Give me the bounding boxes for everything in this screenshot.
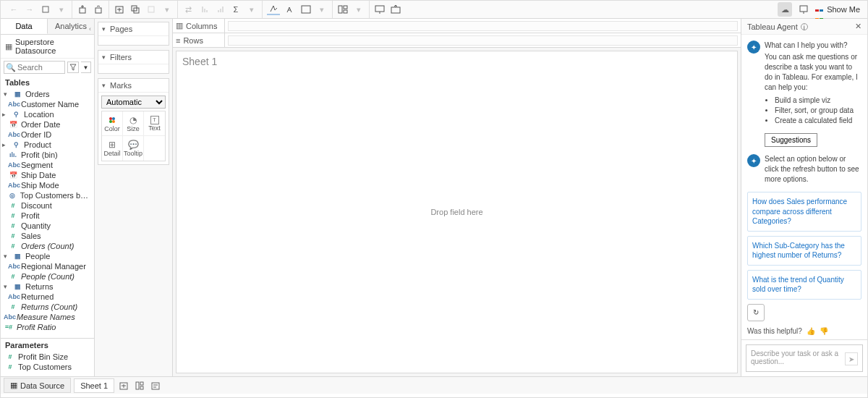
new-data-button[interactable] bbox=[77, 4, 88, 15]
marks-text[interactable]: TText bbox=[144, 111, 165, 136]
suggestion-card-3[interactable]: What is the trend of Quantity sold over … bbox=[747, 270, 861, 300]
clear-dropdown[interactable]: ▾ bbox=[161, 4, 173, 15]
sort-desc-button[interactable] bbox=[214, 4, 226, 15]
group-people[interactable]: ▾▦People bbox=[1, 251, 94, 261]
fit-button[interactable] bbox=[300, 4, 312, 15]
new-dashboard-tab-button[interactable] bbox=[133, 379, 146, 392]
field-order-id[interactable]: AbcOrder ID bbox=[1, 130, 94, 140]
field-profit[interactable]: #Profit bbox=[1, 211, 94, 221]
datasource-tab-icon: ▦ bbox=[10, 381, 17, 390]
field-product[interactable]: ▸⚲Product bbox=[1, 140, 94, 150]
cloud-status-icon[interactable]: ☁ bbox=[778, 2, 792, 17]
agent-bullet-2: Filter, sort, or group data bbox=[775, 106, 861, 116]
group-returns[interactable]: ▾▦Returns bbox=[1, 281, 94, 292]
datasource-row[interactable]: ▦ Superstore Datasource bbox=[1, 35, 94, 59]
show-cards-dropdown[interactable]: ▾ bbox=[353, 4, 365, 15]
presentation-button[interactable] bbox=[374, 4, 386, 15]
field-profit-ratio[interactable]: =#Profit Ratio bbox=[1, 322, 94, 332]
refresh-suggestions-button[interactable]: ↻ bbox=[747, 304, 765, 321]
field-segment[interactable]: AbcSegment bbox=[1, 160, 94, 170]
save-dropdown[interactable] bbox=[40, 4, 51, 15]
new-worksheet-button[interactable] bbox=[114, 4, 125, 15]
share-button[interactable] bbox=[390, 4, 401, 15]
sort-asc-button[interactable] bbox=[198, 4, 210, 15]
group-orders[interactable]: ▾▦Orders bbox=[1, 89, 94, 99]
refresh-data-button[interactable] bbox=[93, 4, 104, 15]
field-top-customers[interactable]: ◎Top Customers by P... bbox=[1, 190, 94, 200]
field-list: ▾▦Orders AbcCustomer Name ▸⚲Location 📅Or… bbox=[1, 89, 94, 338]
new-worksheet-tab-button[interactable] bbox=[117, 379, 130, 392]
thumbs-up-icon[interactable]: 👍 bbox=[807, 327, 815, 335]
new-story-tab-button[interactable] bbox=[149, 379, 162, 392]
close-agent-button[interactable]: ✕ bbox=[855, 22, 861, 31]
labels-button[interactable] bbox=[284, 4, 296, 15]
field-people-count[interactable]: #People (Count) bbox=[1, 271, 94, 281]
field-orders-count[interactable]: #Orders (Count) bbox=[1, 241, 94, 251]
rows-shelf[interactable]: ≡Rows bbox=[173, 33, 741, 48]
thumbs-down-icon[interactable]: 👎 bbox=[820, 327, 828, 335]
param-profit-bin-size[interactable]: #Profit Bin Size bbox=[1, 352, 94, 362]
filter-fields-button[interactable] bbox=[67, 62, 79, 73]
sheet-title[interactable]: Sheet 1 bbox=[176, 51, 737, 72]
forward-button[interactable]: → bbox=[24, 4, 35, 15]
tab-analytics[interactable]: Analytics‹ bbox=[48, 19, 94, 34]
data-guide-button[interactable] bbox=[798, 4, 809, 15]
suggestions-button[interactable]: Suggestions bbox=[765, 133, 817, 147]
marks-size[interactable]: ◔Size bbox=[123, 111, 144, 136]
field-measure-names[interactable]: AbcMeasure Names bbox=[1, 312, 94, 322]
agent-intro-q: What can I help you with? bbox=[765, 41, 861, 51]
pages-card[interactable]: ▾Pages bbox=[98, 22, 169, 46]
show-me-button[interactable]: Show Me bbox=[815, 5, 860, 14]
viz-canvas[interactable]: Sheet 1 Drop field here bbox=[176, 51, 738, 373]
marks-color[interactable]: Color bbox=[102, 111, 123, 136]
history-dropdown[interactable]: ▾ bbox=[56, 4, 67, 15]
search-icon: 🔍 bbox=[6, 63, 16, 72]
field-profit-bin[interactable]: ılı.Profit (bin) bbox=[1, 150, 94, 160]
drop-field-hint: Drop field here bbox=[430, 208, 482, 216]
marks-detail[interactable]: ⊞Detail bbox=[102, 136, 123, 161]
fit-dropdown[interactable]: ▾ bbox=[316, 4, 328, 15]
field-ship-mode[interactable]: AbcShip Mode bbox=[1, 180, 94, 190]
suggestion-card-1[interactable]: How does Sales performance compare acros… bbox=[747, 192, 861, 232]
suggestion-card-2[interactable]: Which Sub-Category has the highest numbe… bbox=[747, 236, 861, 266]
tab-data[interactable]: Data bbox=[1, 19, 48, 34]
totals-button[interactable]: Σ bbox=[230, 4, 242, 15]
tableau-agent-panel: Tableau Agenti ✕ ✦ What can I help you w… bbox=[741, 19, 867, 376]
rows-drop-zone[interactable] bbox=[228, 35, 738, 46]
field-location[interactable]: ▸⚲Location bbox=[1, 109, 94, 119]
field-regional-manager[interactable]: AbcRegional Manager bbox=[1, 261, 94, 271]
color-icon bbox=[108, 115, 116, 125]
marks-type-select[interactable]: Automatic bbox=[101, 96, 166, 109]
field-sales[interactable]: #Sales bbox=[1, 231, 94, 241]
show-cards-button[interactable] bbox=[337, 4, 349, 15]
info-icon[interactable]: i bbox=[801, 23, 808, 30]
marks-tooltip[interactable]: 💬Tooltip bbox=[123, 136, 144, 161]
swap-button[interactable]: ⇄ bbox=[182, 4, 194, 15]
param-top-customers[interactable]: #Top Customers bbox=[1, 362, 94, 372]
filters-card[interactable]: ▾Filters bbox=[98, 50, 169, 74]
agent-input[interactable]: Describe your task or ask a question... … bbox=[746, 344, 863, 372]
tab-sheet-1[interactable]: Sheet 1 bbox=[74, 378, 114, 393]
svg-rect-28 bbox=[140, 382, 143, 385]
send-icon[interactable]: ➤ bbox=[845, 352, 858, 365]
field-order-date[interactable]: 📅Order Date bbox=[1, 119, 94, 130]
field-returns-count[interactable]: #Returns (Count) bbox=[1, 302, 94, 312]
rows-label: Rows bbox=[183, 36, 203, 45]
duplicate-button[interactable] bbox=[129, 4, 141, 15]
field-discount[interactable]: #Discount bbox=[1, 200, 94, 211]
field-customer-name[interactable]: AbcCustomer Name bbox=[1, 99, 94, 109]
columns-shelf[interactable]: ▥Columns bbox=[173, 19, 741, 33]
svg-rect-4 bbox=[95, 8, 101, 13]
clear-button[interactable] bbox=[145, 4, 157, 15]
field-ship-date[interactable]: 📅Ship Date bbox=[1, 170, 94, 180]
highlight-button[interactable] bbox=[267, 4, 280, 15]
field-quantity[interactable]: #Quantity bbox=[1, 221, 94, 231]
field-returned[interactable]: AbcReturned bbox=[1, 292, 94, 302]
agent-title: Tableau Agent bbox=[747, 22, 798, 31]
columns-drop-zone[interactable] bbox=[228, 21, 738, 31]
marks-label: Marks bbox=[110, 81, 132, 90]
view-options-dropdown[interactable]: ▼ bbox=[81, 62, 91, 73]
back-button[interactable]: ← bbox=[8, 4, 20, 15]
totals-dropdown[interactable]: ▾ bbox=[246, 4, 258, 15]
tab-data-source[interactable]: ▦Data Source bbox=[4, 378, 71, 393]
